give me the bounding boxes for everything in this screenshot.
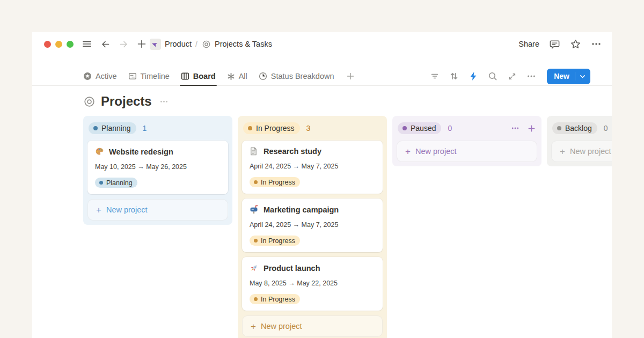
card-title-text: Website redesign <box>109 148 173 156</box>
column-add-plus-icon[interactable] <box>526 123 536 133</box>
search-icon[interactable] <box>487 70 499 82</box>
new-project-label: New project <box>106 205 148 214</box>
tab-status-breakdown[interactable]: Status Breakdown <box>259 67 334 85</box>
kanban-board: Planning 1 Website redesign May 10, 2025… <box>32 116 612 338</box>
column-header[interactable]: Planning 1 <box>89 121 227 135</box>
view-tabbar: Active Timeline Board All <box>32 67 612 86</box>
titlebar: Product / Projects & Tasks Share <box>32 32 612 56</box>
column-more-icon[interactable] <box>510 123 520 133</box>
expand-icon[interactable] <box>506 70 518 82</box>
status-dot-icon <box>254 297 258 301</box>
target-icon <box>83 95 96 108</box>
hamburger-icon[interactable] <box>81 38 93 50</box>
tab-label: Timeline <box>141 72 170 80</box>
board-column-planning: Planning 1 Website redesign May 10, 2025… <box>83 116 232 225</box>
zoom-window-button[interactable] <box>67 41 74 48</box>
project-card[interactable]: Website redesign May 10, 2025 → May 26, … <box>87 141 228 194</box>
board-column-backlog: Backlog 0 + New project <box>547 116 612 166</box>
workspace-arrow-icon[interactable] <box>150 39 161 50</box>
column-count: 3 <box>306 124 311 133</box>
tab-board[interactable]: Board <box>181 67 216 85</box>
project-card[interactable]: Marketing campaign April 24, 2025 → May … <box>242 199 383 252</box>
close-window-button[interactable] <box>44 41 51 48</box>
forward-arrow-icon[interactable] <box>118 38 129 50</box>
more-icon[interactable] <box>590 38 602 50</box>
filter-icon[interactable] <box>429 70 441 82</box>
project-card[interactable]: Product launch May 8, 2025 → May 22, 202… <box>242 257 383 311</box>
column-header[interactable]: In Progress 3 <box>243 121 382 135</box>
status-dot-icon <box>402 126 407 130</box>
plus-icon: + <box>251 322 256 331</box>
tab-timeline[interactable]: Timeline <box>128 67 170 85</box>
more-icon[interactable] <box>525 70 537 82</box>
tab-label: All <box>239 72 247 80</box>
column-name: Paused <box>411 124 436 133</box>
tab-all[interactable]: All <box>227 67 247 85</box>
minimize-window-button[interactable] <box>55 41 62 48</box>
lightning-icon[interactable] <box>467 70 479 82</box>
status-dot-icon <box>557 126 561 130</box>
sort-icon[interactable] <box>448 70 460 82</box>
tab-active[interactable]: Active <box>83 67 117 85</box>
new-project-button[interactable]: + New project <box>242 315 383 337</box>
target-icon <box>201 39 211 49</box>
column-count: 0 <box>604 124 608 133</box>
breadcrumb-workspace[interactable]: Product <box>165 40 192 48</box>
plus-icon: + <box>96 205 101 215</box>
status-pill: Paused <box>398 122 441 134</box>
card-status-text: Planning <box>106 179 133 187</box>
new-project-button[interactable]: + New project <box>397 141 537 162</box>
card-title-text: Product launch <box>264 264 320 273</box>
title-more-icon[interactable] <box>159 97 169 106</box>
desktop-background: { "titlebar": { "breadcrumb": { "workspa… <box>0 0 644 338</box>
status-dot-icon <box>93 126 98 130</box>
column-header[interactable]: Backlog 0 <box>552 121 612 135</box>
document-icon <box>250 147 259 156</box>
favorite-star-icon[interactable] <box>569 38 581 50</box>
status-dot-icon <box>99 181 103 185</box>
card-status-pill: In Progress <box>250 236 300 246</box>
new-button[interactable]: New <box>547 69 590 84</box>
new-project-label: New project <box>415 147 457 156</box>
card-status-text: In Progress <box>261 179 295 186</box>
plus-icon: + <box>405 147 411 156</box>
new-project-button[interactable]: + New project <box>87 199 228 221</box>
new-tab-plus-icon[interactable] <box>136 38 148 50</box>
tab-label: Active <box>96 72 117 80</box>
share-button[interactable]: Share <box>518 40 539 48</box>
column-count: 1 <box>143 124 147 133</box>
status-pill: In Progress <box>243 122 300 134</box>
column-header[interactable]: Paused 0 <box>398 121 536 135</box>
add-view-plus-icon[interactable] <box>346 72 355 80</box>
column-name: In Progress <box>256 124 295 133</box>
board-column-in-progress: In Progress 3 Research study April 24, 2… <box>238 116 387 338</box>
status-dot-icon <box>248 126 252 130</box>
card-status-pill: In Progress <box>250 294 300 304</box>
page-title-row: Projects <box>32 86 612 116</box>
status-dot-icon <box>254 239 258 243</box>
project-card[interactable]: Research study April 24, 2025 → May 7, 2… <box>242 141 383 194</box>
new-project-button[interactable]: + New project <box>551 141 612 162</box>
card-dates: May 8, 2025 → May 22, 2025 <box>250 280 375 287</box>
asterisk-icon <box>227 72 235 80</box>
plus-icon: + <box>560 147 565 156</box>
traffic-lights <box>44 41 74 48</box>
breadcrumb-separator: / <box>195 40 197 48</box>
breadcrumb: Product / Projects & Tasks <box>150 39 272 50</box>
card-status-pill: Planning <box>95 178 137 188</box>
comment-icon[interactable] <box>548 38 560 50</box>
back-arrow-icon[interactable] <box>99 38 111 50</box>
column-name: Backlog <box>565 124 592 133</box>
chevron-down-icon[interactable] <box>575 73 590 80</box>
status-pill: Backlog <box>552 122 597 134</box>
timeline-icon <box>128 72 137 80</box>
card-dates: April 24, 2025 → May 7, 2025 <box>250 163 375 170</box>
star-circle-icon <box>83 72 92 80</box>
card-status-text: In Progress <box>261 296 295 303</box>
clock-icon <box>259 72 267 80</box>
new-project-label: New project <box>261 322 302 330</box>
breadcrumb-page[interactable]: Projects & Tasks <box>215 40 272 48</box>
rocket-icon <box>250 263 259 273</box>
card-title-text: Research study <box>264 147 321 156</box>
column-count: 0 <box>448 124 452 133</box>
